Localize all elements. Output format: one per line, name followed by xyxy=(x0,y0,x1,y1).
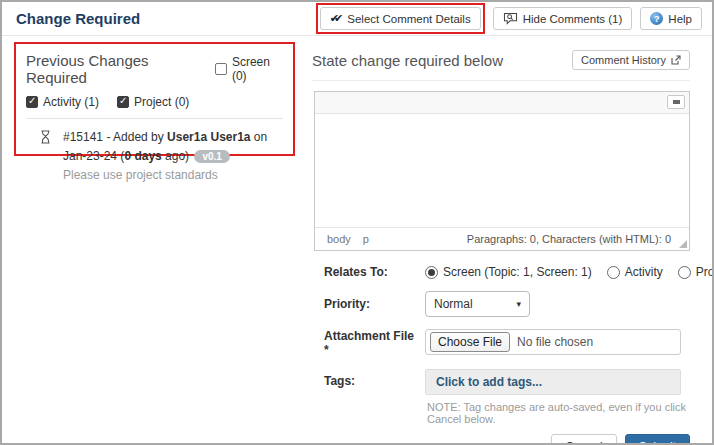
hourglass-icon xyxy=(40,130,51,182)
editor-content-area[interactable] xyxy=(315,114,689,227)
priority-row: Priority: Normal ▾ xyxy=(312,291,690,317)
submit-button[interactable]: Submit xyxy=(625,434,690,445)
done-all-icon: ✔✔ xyxy=(330,12,338,25)
required-asterisk: * xyxy=(324,343,425,357)
radio-activity[interactable] xyxy=(607,266,620,279)
rich-text-editor: bodyp Paragraphs: 0, Characters (with HT… xyxy=(314,91,690,251)
relates-to-row: Relates To: Screen (Topic: 1, Screen: 1)… xyxy=(312,265,690,279)
annotation-box-previous-changes: Previous Changes Required Screen (0) Act… xyxy=(14,42,295,156)
relates-to-label: Relates To: xyxy=(312,265,425,279)
annotation-box-select-comment-details: ✔✔ Select Comment Details xyxy=(316,3,485,34)
filter-screen-label: Screen (0) xyxy=(232,55,283,83)
checkbox-project[interactable] xyxy=(117,96,129,108)
attachment-file-input[interactable]: Choose File No file chosen xyxy=(425,329,681,355)
previous-changes-title: Previous Changes Required xyxy=(26,52,201,86)
relates-to-option-screen[interactable]: Screen (Topic: 1, Screen: 1) xyxy=(425,265,592,279)
comment-search-icon xyxy=(503,12,518,25)
filter-activity-label: Activity (1) xyxy=(43,95,99,109)
resize-handle[interactable] xyxy=(679,240,687,248)
hide-comments-label: Hide Comments (1) xyxy=(523,13,623,25)
help-label: Help xyxy=(668,13,692,25)
change-required-dialog: Change Required ✔✔ Select Comment Detail… xyxy=(0,0,714,445)
filter-project-label: Project (0) xyxy=(134,95,189,109)
page-title: Change Required xyxy=(16,10,140,27)
filters-row: Activity (1) Project (0) xyxy=(26,95,283,119)
relates-to-option-activity[interactable]: Activity xyxy=(607,265,663,279)
comment-history-label: Comment History xyxy=(581,54,666,66)
comment-author: User1a User1a xyxy=(167,130,250,144)
attachment-label: Attachment File * xyxy=(312,329,425,357)
filter-activity[interactable]: Activity (1) xyxy=(26,95,99,109)
help-icon: ? xyxy=(650,12,663,25)
file-chosen-status: No file chosen xyxy=(517,335,593,349)
comment-content: #15141 - Added by User1a User1a on Jan-2… xyxy=(63,128,291,182)
comment-body: Please use project standards xyxy=(63,168,291,182)
priority-select[interactable]: Normal ▾ xyxy=(425,291,530,317)
dialog-header: Change Required ✔✔ Select Comment Detail… xyxy=(2,2,712,36)
relates-to-options: Screen (Topic: 1, Screen: 1) Activity Pr… xyxy=(425,265,714,279)
state-change-header-row: State change required below Comment Hist… xyxy=(312,46,690,81)
toolbar-toggle-icon xyxy=(673,100,680,104)
filter-project[interactable]: Project (0) xyxy=(117,95,189,109)
element-path-body: body xyxy=(327,233,351,245)
cancel-button[interactable]: Cancel xyxy=(551,434,616,445)
relates-to-project-label: Project xyxy=(696,265,714,279)
comment-list-item: #15141 - Added by User1a User1a on Jan-2… xyxy=(26,128,283,182)
version-badge: v0.1 xyxy=(194,150,229,163)
comment-age: 0 days xyxy=(124,149,161,163)
tags-note: NOTE: Tag changes are auto-saved, even i… xyxy=(427,401,690,425)
checkbox-activity[interactable] xyxy=(26,96,38,108)
radio-project[interactable] xyxy=(678,266,691,279)
choose-file-button[interactable]: Choose File xyxy=(430,332,510,352)
element-path-p: p xyxy=(363,233,369,245)
chevron-down-icon: ▾ xyxy=(516,299,521,309)
editor-word-count: Paragraphs: 0, Characters (with HTML): 0 xyxy=(467,233,677,245)
state-change-heading: State change required below xyxy=(312,52,503,69)
editor-status-bar: bodyp Paragraphs: 0, Characters (with HT… xyxy=(315,227,689,250)
previous-changes-header-row: Previous Changes Required Screen (0) xyxy=(26,52,283,86)
comment-prefix: #15141 - Added by xyxy=(63,130,167,144)
select-comment-details-button[interactable]: ✔✔ Select Comment Details xyxy=(320,7,481,30)
attachment-label-text: Attachment File xyxy=(324,329,425,343)
relates-to-option-project[interactable]: Project xyxy=(678,265,714,279)
header-buttons: ✔✔ Select Comment Details Hide Comments … xyxy=(316,3,702,34)
comment-history-button[interactable]: Comment History xyxy=(572,50,690,70)
comment-suffix: ago) xyxy=(162,149,193,163)
help-button[interactable]: ? Help xyxy=(640,7,702,30)
tags-label: Tags: xyxy=(312,369,425,395)
filter-screen[interactable]: Screen (0) xyxy=(215,55,283,83)
attachment-row: Attachment File * Choose File No file ch… xyxy=(312,329,690,357)
tags-input[interactable]: Click to add tags... xyxy=(425,369,681,395)
tags-row: Tags: Click to add tags... xyxy=(312,369,690,395)
form-actions: Cancel Submit xyxy=(312,434,690,445)
hide-comments-button[interactable]: Hide Comments (1) xyxy=(493,7,633,30)
select-comment-details-label: Select Comment Details xyxy=(347,13,470,25)
element-path: bodyp xyxy=(327,233,381,245)
editor-toolbar xyxy=(315,92,689,114)
priority-label: Priority: xyxy=(312,297,425,311)
comment-meta: #15141 - Added by User1a User1a on Jan-2… xyxy=(63,128,291,165)
state-change-form: Relates To: Screen (Topic: 1, Screen: 1)… xyxy=(312,265,690,445)
relates-to-screen-label: Screen (Topic: 1, Screen: 1) xyxy=(443,265,592,279)
external-link-icon xyxy=(671,55,681,65)
priority-value: Normal xyxy=(434,297,473,311)
relates-to-activity-label: Activity xyxy=(625,265,663,279)
radio-screen[interactable] xyxy=(425,266,438,279)
checkbox-screen[interactable] xyxy=(215,63,227,75)
toolbar-toggle-button[interactable] xyxy=(667,95,685,109)
state-change-panel: State change required below Comment Hist… xyxy=(312,46,690,445)
